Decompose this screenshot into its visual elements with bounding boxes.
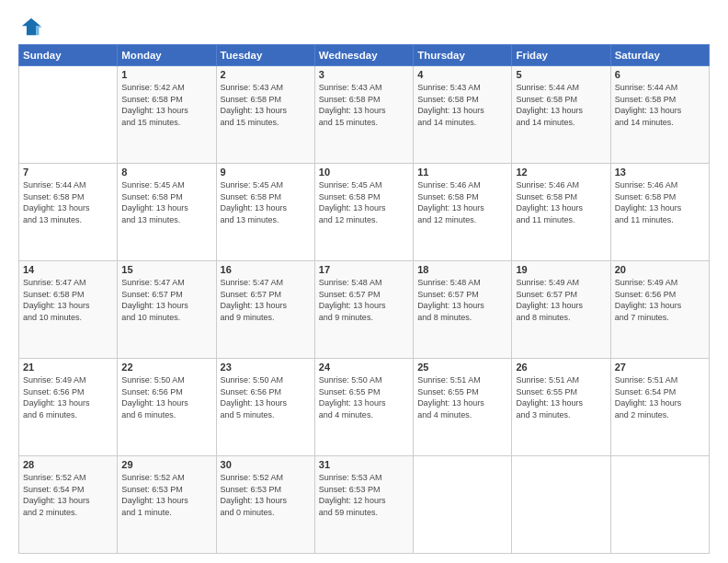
calendar-cell: 1Sunrise: 5:42 AM Sunset: 6:58 PM Daylig…	[118, 66, 216, 164]
calendar-cell: 28Sunrise: 5:52 AM Sunset: 6:54 PM Dayli…	[19, 456, 118, 554]
day-number: 20	[615, 264, 705, 275]
day-info: Sunrise: 5:48 AM Sunset: 6:57 PM Dayligh…	[319, 277, 409, 323]
day-number: 4	[417, 69, 507, 80]
day-info: Sunrise: 5:47 AM Sunset: 6:57 PM Dayligh…	[221, 277, 311, 323]
calendar-cell: 19Sunrise: 5:49 AM Sunset: 6:57 PM Dayli…	[512, 261, 610, 359]
day-number: 31	[319, 459, 409, 470]
logo	[18, 17, 48, 37]
day-info: Sunrise: 5:42 AM Sunset: 6:58 PM Dayligh…	[121, 82, 211, 128]
day-number: 10	[319, 167, 409, 178]
day-of-week-saturday: Saturday	[610, 45, 709, 66]
day-info: Sunrise: 5:50 AM Sunset: 6:55 PM Dayligh…	[319, 374, 409, 420]
day-of-week-sunday: Sunday	[19, 45, 118, 66]
day-number: 9	[221, 167, 311, 178]
day-info: Sunrise: 5:43 AM Sunset: 6:58 PM Dayligh…	[417, 82, 507, 128]
day-number: 14	[23, 264, 113, 275]
calendar-cell: 12Sunrise: 5:46 AM Sunset: 6:58 PM Dayli…	[512, 164, 610, 261]
calendar: SundayMondayTuesdayWednesdayThursdayFrid…	[18, 44, 710, 554]
day-info: Sunrise: 5:43 AM Sunset: 6:58 PM Dayligh…	[319, 82, 409, 128]
calendar-cell: 27Sunrise: 5:51 AM Sunset: 6:54 PM Dayli…	[610, 359, 709, 456]
day-info: Sunrise: 5:46 AM Sunset: 6:58 PM Dayligh…	[417, 179, 507, 225]
day-of-week-tuesday: Tuesday	[216, 45, 314, 66]
day-number: 21	[23, 362, 113, 373]
day-number: 6	[615, 69, 705, 80]
day-info: Sunrise: 5:44 AM Sunset: 6:58 PM Dayligh…	[23, 179, 113, 225]
calendar-cell: 26Sunrise: 5:51 AM Sunset: 6:55 PM Dayli…	[512, 359, 610, 456]
day-info: Sunrise: 5:45 AM Sunset: 6:58 PM Dayligh…	[221, 179, 311, 225]
calendar-cell: 5Sunrise: 5:44 AM Sunset: 6:58 PM Daylig…	[512, 66, 610, 164]
calendar-cell: 21Sunrise: 5:49 AM Sunset: 6:56 PM Dayli…	[19, 359, 118, 456]
calendar-week-4: 21Sunrise: 5:49 AM Sunset: 6:56 PM Dayli…	[19, 359, 710, 456]
calendar-cell: 4Sunrise: 5:43 AM Sunset: 6:58 PM Daylig…	[414, 66, 512, 164]
calendar-cell: 8Sunrise: 5:45 AM Sunset: 6:58 PM Daylig…	[118, 164, 216, 261]
calendar-cell: 16Sunrise: 5:47 AM Sunset: 6:57 PM Dayli…	[216, 261, 314, 359]
day-number: 25	[417, 362, 507, 373]
day-number: 2	[221, 69, 311, 80]
calendar-cell: 29Sunrise: 5:52 AM Sunset: 6:53 PM Dayli…	[118, 456, 216, 554]
day-info: Sunrise: 5:47 AM Sunset: 6:57 PM Dayligh…	[121, 277, 211, 323]
day-info: Sunrise: 5:50 AM Sunset: 6:56 PM Dayligh…	[221, 374, 311, 420]
calendar-cell: 10Sunrise: 5:45 AM Sunset: 6:58 PM Dayli…	[314, 164, 413, 261]
day-number: 12	[516, 167, 606, 178]
day-info: Sunrise: 5:53 AM Sunset: 6:53 PM Dayligh…	[319, 472, 409, 518]
calendar-week-1: 1Sunrise: 5:42 AM Sunset: 6:58 PM Daylig…	[19, 66, 710, 164]
calendar-cell	[414, 456, 512, 554]
calendar-cell: 14Sunrise: 5:47 AM Sunset: 6:58 PM Dayli…	[19, 261, 118, 359]
calendar-cell: 13Sunrise: 5:46 AM Sunset: 6:58 PM Dayli…	[610, 164, 709, 261]
day-info: Sunrise: 5:51 AM Sunset: 6:55 PM Dayligh…	[417, 374, 507, 420]
day-info: Sunrise: 5:46 AM Sunset: 6:58 PM Dayligh…	[516, 179, 606, 225]
day-number: 24	[319, 362, 409, 373]
day-info: Sunrise: 5:47 AM Sunset: 6:58 PM Dayligh…	[23, 277, 113, 323]
day-number: 28	[23, 459, 113, 470]
day-number: 26	[516, 362, 606, 373]
calendar-week-3: 14Sunrise: 5:47 AM Sunset: 6:58 PM Dayli…	[19, 261, 710, 359]
calendar-cell	[19, 66, 118, 164]
day-number: 30	[221, 459, 311, 470]
day-number: 3	[319, 69, 409, 80]
page: SundayMondayTuesdayWednesdayThursdayFrid…	[0, 0, 728, 563]
day-info: Sunrise: 5:52 AM Sunset: 6:54 PM Dayligh…	[23, 472, 113, 518]
day-info: Sunrise: 5:51 AM Sunset: 6:55 PM Dayligh…	[516, 374, 606, 420]
calendar-cell: 25Sunrise: 5:51 AM Sunset: 6:55 PM Dayli…	[414, 359, 512, 456]
day-info: Sunrise: 5:44 AM Sunset: 6:58 PM Dayligh…	[615, 82, 705, 128]
calendar-cell: 23Sunrise: 5:50 AM Sunset: 6:56 PM Dayli…	[216, 359, 314, 456]
day-of-week-wednesday: Wednesday	[314, 45, 413, 66]
day-number: 23	[221, 362, 311, 373]
calendar-cell	[610, 456, 709, 554]
logo-icon	[18, 17, 44, 37]
calendar-cell: 24Sunrise: 5:50 AM Sunset: 6:55 PM Dayli…	[314, 359, 413, 456]
day-info: Sunrise: 5:45 AM Sunset: 6:58 PM Dayligh…	[121, 179, 211, 225]
day-of-week-monday: Monday	[118, 45, 216, 66]
day-number: 17	[319, 264, 409, 275]
day-number: 15	[121, 264, 211, 275]
day-of-week-thursday: Thursday	[414, 45, 512, 66]
day-number: 11	[417, 167, 507, 178]
day-info: Sunrise: 5:44 AM Sunset: 6:58 PM Dayligh…	[516, 82, 606, 128]
day-number: 19	[516, 264, 606, 275]
calendar-cell: 6Sunrise: 5:44 AM Sunset: 6:58 PM Daylig…	[610, 66, 709, 164]
day-info: Sunrise: 5:45 AM Sunset: 6:58 PM Dayligh…	[319, 179, 409, 225]
day-info: Sunrise: 5:50 AM Sunset: 6:56 PM Dayligh…	[121, 374, 211, 420]
calendar-cell: 31Sunrise: 5:53 AM Sunset: 6:53 PM Dayli…	[314, 456, 413, 554]
calendar-cell: 9Sunrise: 5:45 AM Sunset: 6:58 PM Daylig…	[216, 164, 314, 261]
day-number: 18	[417, 264, 507, 275]
day-number: 5	[516, 69, 606, 80]
day-info: Sunrise: 5:46 AM Sunset: 6:58 PM Dayligh…	[615, 179, 705, 225]
day-number: 1	[121, 69, 211, 80]
calendar-cell: 20Sunrise: 5:49 AM Sunset: 6:56 PM Dayli…	[610, 261, 709, 359]
calendar-cell: 2Sunrise: 5:43 AM Sunset: 6:58 PM Daylig…	[216, 66, 314, 164]
day-info: Sunrise: 5:48 AM Sunset: 6:57 PM Dayligh…	[417, 277, 507, 323]
calendar-cell: 18Sunrise: 5:48 AM Sunset: 6:57 PM Dayli…	[414, 261, 512, 359]
day-number: 8	[121, 167, 211, 178]
day-info: Sunrise: 5:52 AM Sunset: 6:53 PM Dayligh…	[221, 472, 311, 518]
day-of-week-friday: Friday	[512, 45, 610, 66]
calendar-cell: 17Sunrise: 5:48 AM Sunset: 6:57 PM Dayli…	[314, 261, 413, 359]
calendar-cell: 3Sunrise: 5:43 AM Sunset: 6:58 PM Daylig…	[314, 66, 413, 164]
calendar-week-5: 28Sunrise: 5:52 AM Sunset: 6:54 PM Dayli…	[19, 456, 710, 554]
day-info: Sunrise: 5:51 AM Sunset: 6:54 PM Dayligh…	[615, 374, 705, 420]
day-info: Sunrise: 5:52 AM Sunset: 6:53 PM Dayligh…	[121, 472, 211, 518]
day-info: Sunrise: 5:49 AM Sunset: 6:57 PM Dayligh…	[516, 277, 606, 323]
header	[18, 17, 710, 37]
calendar-cell: 22Sunrise: 5:50 AM Sunset: 6:56 PM Dayli…	[118, 359, 216, 456]
day-info: Sunrise: 5:49 AM Sunset: 6:56 PM Dayligh…	[615, 277, 705, 323]
